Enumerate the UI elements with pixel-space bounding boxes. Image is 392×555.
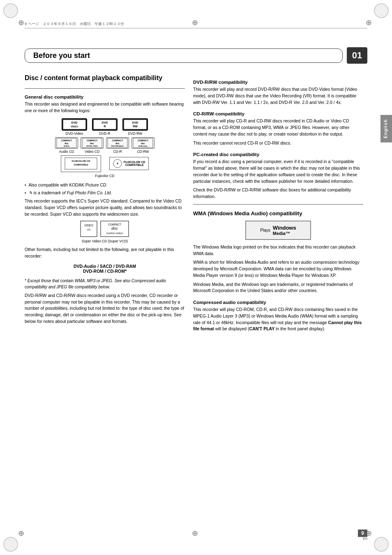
- pc-disc-text2: Check the DVD-R/RW or CD-R/RW software d…: [193, 187, 363, 200]
- svg-point-29: [117, 163, 118, 164]
- media-text: Media™: [273, 231, 296, 236]
- bullet-kodak-text: Also compatible with KODAK Picture CD: [29, 182, 106, 189]
- cd-r-label: CD-R: [113, 150, 122, 154]
- general-disc-title: General disc compatibility: [25, 94, 185, 99]
- formats-bold2: DVD-ROM / CD-ROM*: [25, 269, 185, 274]
- dvd-video-logo: DVD VIDEO: [62, 118, 87, 131]
- right-column: DVD-R/RW compatibility This recorder wil…: [193, 74, 363, 530]
- super-vcd-text: This recorder supports the IEC's Super V…: [25, 198, 185, 217]
- formats-bold1: DVD-Audio / SACD / DVD-RAM: [25, 264, 185, 269]
- cannot-play-bold: Cannot play this file format: [193, 320, 362, 332]
- corner-decoration-tr: [374, 3, 389, 18]
- cdrw-section: CD-R/RW compatibility This recorder will…: [193, 111, 363, 146]
- page-number-area: 9 En: [358, 530, 367, 541]
- svg-text:COMPATIBLE: COMPATIBLE: [74, 164, 88, 166]
- svg-text:disc: disc: [115, 143, 120, 145]
- cdrw-title: CD-R/RW compatibility: [193, 111, 363, 116]
- cd-rw-logo: COMPACT disc ReWritable: [131, 137, 154, 149]
- dvd-r-logo-item: DVD R DVD-R: [92, 118, 118, 136]
- video-cd-logo: COMPACT disc DIGITAL VIDEO: [81, 137, 104, 149]
- dvdrw-note-text: DVD-R/RW and CD-R/RW discs recorded usin…: [25, 292, 185, 325]
- page-lang: En: [363, 537, 367, 541]
- wma-text1: The Windows Media logo printed on the bo…: [193, 244, 363, 257]
- svg-text:COMPACT: COMPACT: [87, 139, 98, 142]
- audio-cd-logo-item: COMPACT disc AUDIO Audio CD: [55, 137, 78, 154]
- corner-decoration-br: [374, 537, 389, 552]
- chapter-title: Before you start: [25, 48, 343, 63]
- svg-text:CD: CD: [87, 228, 91, 231]
- dvd-logos-area: DVD VIDEO DVD-Video DVD R DVD-R: [25, 118, 185, 178]
- audio-cd-label: Audio CD: [59, 150, 74, 154]
- super-vcd-area: VIDEO CD COMPACT disc SUPER VIDEO Super …: [25, 221, 185, 243]
- wma-text3: Windows Media, and the Windows logo are …: [193, 281, 363, 295]
- dvdrw-section: DVD-R/RW compatibility This recorder wil…: [193, 80, 363, 106]
- cd-r-logo-item: COMPACT disc RECORDABLE CD-R: [106, 137, 129, 154]
- svg-text:SUPER VIDEO: SUPER VIDEO: [106, 232, 123, 235]
- cd-r-logo: COMPACT disc RECORDABLE: [106, 137, 129, 149]
- general-disc-text1: This recorder was designed and engineere…: [25, 101, 185, 114]
- compressed-audio-text: This recorder will play CD-ROM, CD-R, an…: [193, 306, 363, 332]
- svg-text:DVD: DVD: [102, 121, 108, 124]
- svg-text:COMPACT: COMPACT: [138, 139, 149, 142]
- corner-decoration-tl: [3, 3, 18, 18]
- fuji-logo-2: FUJICOLOR CDCOMPATIBLE: [109, 157, 149, 170]
- pc-disc-section: PC-created disc compatibility If you rec…: [193, 152, 363, 200]
- svg-text:RECORDABLE: RECORDABLE: [111, 145, 124, 147]
- bullet-dot-1: •: [25, 182, 26, 188]
- compressed-audio-title: Compressed audio compatibility: [193, 300, 363, 305]
- dvd-logos-row: DVD VIDEO DVD-Video DVD R DVD-R: [25, 118, 185, 136]
- svg-text:disc: disc: [111, 226, 118, 230]
- fuji-logo-1-item: FUJICOLOR CD COMPATIBLE: [61, 155, 101, 172]
- other-formats-text: Other formats, including but not limited…: [25, 246, 185, 260]
- fuji-logos-row: FUJICOLOR CD COMPATIBLE FUJICOLOR CDCOMP…: [25, 155, 185, 172]
- cdrw-text1: This recorder will play CD-R and CD-RW d…: [193, 118, 363, 137]
- svg-text:R: R: [104, 125, 106, 128]
- bullet-fuji-trademark: • ✎ is a trademark of Fuji Photo Film Co…: [25, 190, 185, 196]
- windows-media-logo-text: Windows Media™: [273, 225, 296, 236]
- svg-text:VIDEO: VIDEO: [71, 125, 78, 128]
- disc-logos-row: COMPACT disc AUDIO Audio CD COMPACT disc: [25, 137, 185, 154]
- dvd-r-label: DVD-R: [99, 131, 111, 136]
- fuji-logo-2-item: FUJICOLOR CDCOMPATIBLE: [109, 157, 149, 170]
- left-column: Disc / content format playback compatibi…: [25, 74, 185, 530]
- wma-section: WMA (Windows Media Audio) compatibility …: [193, 204, 363, 294]
- dvdrw-title: DVD-R/RW compatibility: [193, 80, 363, 85]
- dvd-video-logo-item: DVD VIDEO DVD-Video: [62, 118, 87, 136]
- svg-text:ReWritable: ReWritable: [138, 145, 148, 147]
- fujicolor-cd-label: Fujicolor CD: [25, 174, 185, 178]
- fuji-trademark-text: is a trademark of Fuji Photo Film Co. Lt…: [34, 190, 112, 196]
- svg-text:AUDIO: AUDIO: [64, 145, 70, 147]
- wma-logo-box: Plays Windows Media™: [245, 221, 311, 240]
- dvd-r-logo: DVD R: [92, 118, 118, 131]
- cant-play-bold: CAN'T PLAY: [249, 326, 275, 331]
- main-content: Disc / content format playback compatibi…: [25, 74, 363, 530]
- fuji-trademark-icon: ✎: [29, 190, 32, 196]
- wma-text2: WMA is short for Windows Media Audio and…: [193, 259, 363, 279]
- bullet-kodak: • Also compatible with KODAK Picture CD: [25, 182, 185, 189]
- svg-text:COMPACT: COMPACT: [112, 139, 123, 142]
- dvdrw-text: This recorder will play and record DVD-R…: [193, 86, 363, 106]
- super-vcd-caption: Super Video CD (Super VCD): [25, 239, 185, 243]
- bullet-dot-2: •: [25, 190, 26, 196]
- pc-disc-title: PC-created disc compatibility: [193, 152, 363, 157]
- svg-text:RW: RW: [133, 125, 138, 128]
- svg-text:DIGITAL VIDEO: DIGITAL VIDEO: [86, 145, 98, 147]
- cd-rw-label: CD-RW: [137, 150, 149, 154]
- svg-text:COMPACT: COMPACT: [61, 139, 72, 142]
- page-number-box: 9: [358, 530, 367, 537]
- compressed-audio-section: Compressed audio compatibility This reco…: [193, 300, 363, 332]
- main-section-title: Disc / content format playback compatibi…: [25, 74, 185, 82]
- formats-note: * Except those that contain WMA, MP3 or …: [25, 278, 185, 290]
- audio-cd-logo: COMPACT disc AUDIO: [55, 137, 78, 149]
- fuji-logo-1: FUJICOLOR CD COMPATIBLE: [61, 155, 101, 172]
- file-info: 9 ページ ２０３年９月１６日 火曜日 午後１２時２３分: [25, 22, 124, 26]
- svg-text:disc: disc: [65, 143, 69, 145]
- wma-divider: [193, 204, 363, 205]
- cdrw-text2: This recorder cannot record CD-R or CD-R…: [193, 140, 363, 147]
- cd-rw-logo-item: COMPACT disc ReWritable CD-RW: [131, 137, 154, 154]
- svg-text:DVD: DVD: [71, 121, 78, 124]
- formats-box: DVD-Audio / SACD / DVD-RAM DVD-ROM / CD-…: [25, 264, 185, 274]
- video-cd-label: Video CD: [85, 150, 99, 154]
- pc-disc-text1: If you record a disc using a personal co…: [193, 159, 363, 184]
- svg-text:disc: disc: [141, 143, 145, 145]
